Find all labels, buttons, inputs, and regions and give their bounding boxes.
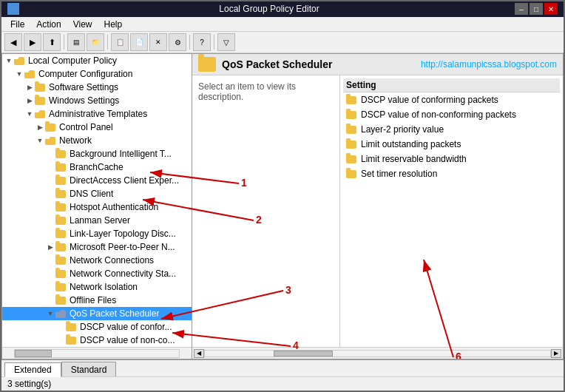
menu-view[interactable]: View	[67, 18, 98, 31]
tree-item-background[interactable]: Background Intelligent T...	[2, 147, 192, 160]
setting-layer2[interactable]: Layer-2 priority value	[343, 122, 560, 137]
settings-header: Setting	[343, 78, 560, 92]
filter-button[interactable]: ▽	[217, 33, 235, 51]
tree-item-dns[interactable]: DNS Client	[2, 187, 192, 200]
expand-lm	[45, 215, 55, 226]
tab-extended[interactable]: Extended	[4, 362, 61, 377]
tree-item-dscp2[interactable]: DSCP value of non-co...	[2, 334, 192, 347]
expand-icon-cp: ▶	[35, 122, 45, 132]
scroll-right-btn[interactable]: ▶	[551, 349, 561, 358]
setting-timer[interactable]: Set timer resolution	[343, 166, 560, 181]
comp-config-icon	[24, 70, 36, 79]
tree-item-linklayer[interactable]: Link-Layer Topology Disc...	[2, 227, 192, 240]
tree-label-software: Software Settings	[49, 82, 118, 92]
setting-outstanding[interactable]: Limit outstanding packets	[343, 137, 560, 152]
tab-standard[interactable]: Standard	[61, 362, 117, 376]
settings-panel: Setting DSCP value of conforming packets…	[340, 75, 563, 347]
qos-header-icon	[198, 57, 216, 72]
setting-dscp-nonconforming[interactable]: DSCP value of non-conforming packets	[343, 107, 560, 122]
right-header-url[interactable]: http://salamunpicssa.blogspot.com	[421, 59, 557, 70]
minimize-button[interactable]: –	[515, 3, 528, 15]
up-button[interactable]: ⬆	[43, 33, 61, 51]
tree-label-comp-config: Computer Configuration	[38, 69, 132, 79]
folder-btn[interactable]: 📁	[87, 33, 104, 51]
tree-label-hs: Hotspot Authentication	[70, 202, 158, 212]
hscroll-thumb[interactable]	[274, 351, 333, 356]
setting-label-1: DSCP value of conforming packets	[361, 95, 498, 105]
tree-item-windows[interactable]: ▶ Windows Settings	[2, 94, 192, 107]
back-button[interactable]: ◀	[4, 33, 22, 51]
tree-item-msp2p[interactable]: ▶ Microsoft Peer-to-Peer N...	[2, 240, 192, 254]
window-controls: – □ ✕	[515, 3, 558, 15]
right-hscroll[interactable]: ◀ ▶	[192, 347, 563, 359]
main-window: Local Group Policy Editor – □ ✕ File Act…	[0, 0, 565, 392]
control-icon	[45, 123, 57, 132]
expand-ll	[45, 229, 55, 239]
expand-nc	[45, 255, 55, 266]
expand-dscp1	[55, 322, 66, 332]
tree-item-comp-config[interactable]: ▼ Computer Configuration	[2, 67, 192, 81]
tree-item-netiso[interactable]: Network Isolation	[2, 280, 192, 294]
dns-icon	[55, 189, 67, 199]
expand-of	[45, 295, 55, 305]
tree-label-bg: Background Intelligent T...	[70, 149, 172, 159]
delete-button[interactable]: ✕	[149, 33, 167, 51]
toolbar: ◀ ▶ ⬆ ▤ 📁 📋 📄 ✕ ⚙ ? ▽	[1, 32, 564, 53]
setting-icon-1	[346, 95, 358, 105]
dscp2-icon	[66, 336, 78, 345]
tree-item-offline[interactable]: Offline Files	[2, 294, 192, 307]
menu-help[interactable]: Help	[98, 18, 129, 31]
setting-label-2: DSCP value of non-conforming packets	[361, 109, 516, 120]
setting-label-3: Layer-2 priority value	[361, 124, 444, 135]
tree-item-lanman[interactable]: Lanman Server	[2, 214, 192, 227]
copy-button[interactable]: 📋	[111, 33, 129, 51]
expand-da	[45, 175, 55, 186]
tree-item-control[interactable]: ▶ Control Panel	[2, 121, 192, 134]
hscroll-track	[204, 350, 551, 357]
tree-item-dscp1[interactable]: DSCP value of confor...	[2, 320, 192, 334]
menu-action[interactable]: Action	[30, 18, 67, 31]
tree-label-windows: Windows Settings	[49, 95, 119, 106]
tree-panel: ▼ Local Computer Policy ▼ Computer Confi…	[2, 54, 192, 359]
tree-label-p2p: Microsoft Peer-to-Peer N...	[70, 242, 175, 252]
lm-icon	[55, 216, 67, 226]
scroll-left-btn[interactable]: ◀	[194, 349, 204, 358]
status-bar: 3 setting(s)	[1, 376, 564, 391]
help-button[interactable]: ?	[193, 33, 211, 51]
tree-item-network[interactable]: ▼ Network	[2, 134, 192, 147]
right-header-title: QoS Packet Scheduler	[222, 58, 332, 70]
properties-button[interactable]: ⚙	[169, 33, 186, 51]
tree-label-ni: Network Isolation	[70, 282, 138, 292]
tree-item-directaccess[interactable]: DirectAccess Client Exper...	[2, 174, 192, 187]
bg-icon	[55, 149, 67, 159]
forward-button[interactable]: ▶	[24, 33, 41, 51]
da-icon	[55, 176, 67, 186]
maximize-button[interactable]: □	[530, 3, 543, 15]
separator-1	[64, 35, 64, 50]
software-icon	[35, 83, 47, 92]
expand-icon-comp: ▼	[14, 69, 24, 79]
paste-button[interactable]: 📄	[130, 33, 148, 51]
show-hide-button[interactable]: ▤	[67, 33, 85, 51]
window-title: Local Group Policy Editor	[24, 4, 515, 14]
expand-hs	[45, 202, 55, 212]
tree-item-local-policy[interactable]: ▼ Local Computer Policy	[2, 54, 192, 67]
tree-item-netconn[interactable]: Network Connections	[2, 254, 192, 267]
menu-file[interactable]: File	[4, 18, 30, 31]
tree-item-branchcache[interactable]: BranchCache	[2, 160, 192, 174]
tree-item-admin[interactable]: ▼ Administrative Templates	[2, 107, 192, 121]
dscp1-icon	[66, 322, 78, 332]
tree-item-hotspot[interactable]: Hotspot Authentication	[2, 200, 192, 214]
tree-item-qos[interactable]: ▼ QoS Packet Scheduler	[2, 307, 192, 320]
tree-scroll-area	[2, 347, 192, 359]
setting-dscp-conforming[interactable]: DSCP value of conforming packets	[343, 92, 560, 107]
tree-label-control: Control Panel	[59, 122, 113, 132]
tree-item-software[interactable]: ▶ Software Settings	[2, 81, 192, 94]
separator-2	[107, 35, 108, 50]
separator-3	[189, 35, 190, 50]
tree-item-netconn2[interactable]: Network Connectivity Sta...	[2, 267, 192, 280]
close-button[interactable]: ✕	[544, 3, 558, 15]
description-text: Select an item to view its description.	[198, 81, 296, 102]
local-policy-icon	[14, 56, 26, 66]
setting-reservable[interactable]: Limit reservable bandwidth	[343, 152, 560, 166]
